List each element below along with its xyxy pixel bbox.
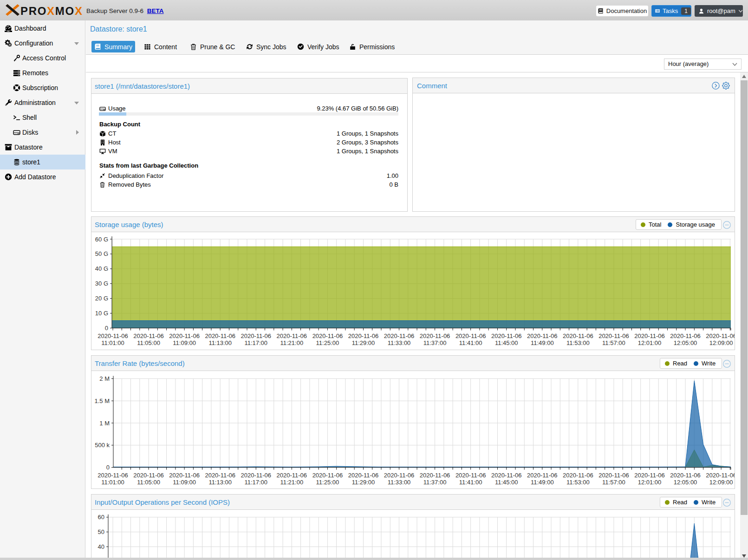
svg-text:2020-11-06: 2020-11-06: [98, 332, 128, 339]
svg-text:2020-11-06: 2020-11-06: [205, 332, 235, 339]
svg-text:2020-11-06: 2020-11-06: [455, 332, 486, 339]
svg-text:2 M: 2 M: [99, 375, 110, 382]
svg-text:50 G: 50 G: [95, 250, 108, 257]
svg-text:11:33:00: 11:33:00: [388, 339, 411, 346]
svg-text:2020-11-06: 2020-11-06: [348, 332, 379, 339]
svg-text:2020-11-06: 2020-11-06: [205, 472, 235, 479]
svg-text:2020-11-06: 2020-11-06: [598, 332, 629, 339]
svg-text:11:41:00: 11:41:00: [459, 339, 482, 346]
svg-text:11:25:00: 11:25:00: [316, 339, 339, 346]
svg-text:2020-11-06: 2020-11-06: [670, 332, 701, 339]
svg-text:50: 50: [98, 528, 104, 535]
svg-text:2020-11-06: 2020-11-06: [133, 332, 164, 339]
svg-text:2020-11-06: 2020-11-06: [241, 332, 271, 339]
svg-text:11:25:00: 11:25:00: [316, 479, 339, 486]
svg-text:11:05:00: 11:05:00: [137, 339, 160, 346]
svg-text:2020-11-06: 2020-11-06: [420, 332, 450, 339]
svg-text:12:09:00: 12:09:00: [709, 479, 733, 486]
svg-text:2020-11-06: 2020-11-06: [133, 472, 164, 479]
svg-text:2020-11-06: 2020-11-06: [384, 332, 415, 339]
svg-text:12:09:00: 12:09:00: [709, 339, 733, 346]
svg-text:2020-11-06: 2020-11-06: [563, 472, 593, 479]
svg-text:12:05:00: 12:05:00: [674, 479, 697, 486]
svg-text:11:01:00: 11:01:00: [101, 479, 124, 486]
svg-text:2020-11-06: 2020-11-06: [598, 472, 629, 479]
svg-text:11:05:00: 11:05:00: [137, 479, 160, 486]
svg-text:11:37:00: 11:37:00: [423, 339, 447, 346]
svg-text:1.5 M: 1.5 M: [94, 397, 110, 404]
svg-text:30 G: 30 G: [95, 280, 108, 287]
svg-text:11:57:00: 11:57:00: [602, 339, 625, 346]
svg-text:2020-11-06: 2020-11-06: [706, 332, 735, 339]
svg-text:12:01:00: 12:01:00: [638, 479, 662, 486]
svg-text:60 G: 60 G: [95, 236, 108, 243]
svg-text:11:17:00: 11:17:00: [244, 479, 267, 486]
svg-text:2020-11-06: 2020-11-06: [277, 332, 307, 339]
svg-text:2020-11-06: 2020-11-06: [491, 332, 522, 339]
svg-text:11:41:00: 11:41:00: [459, 479, 482, 486]
svg-text:60: 60: [98, 514, 104, 521]
svg-text:2020-11-06: 2020-11-06: [527, 332, 558, 339]
svg-text:2020-11-06: 2020-11-06: [634, 332, 665, 339]
svg-text:11:33:00: 11:33:00: [388, 479, 411, 486]
svg-text:11:53:00: 11:53:00: [566, 479, 590, 486]
svg-text:2020-11-06: 2020-11-06: [348, 472, 379, 479]
svg-text:11:09:00: 11:09:00: [173, 339, 196, 346]
svg-text:1 M: 1 M: [99, 420, 110, 427]
svg-text:2020-11-06: 2020-11-06: [312, 472, 343, 479]
svg-text:2020-11-06: 2020-11-06: [634, 472, 665, 479]
svg-text:11:29:00: 11:29:00: [352, 479, 375, 486]
svg-text:20 G: 20 G: [95, 295, 108, 302]
svg-text:11:21:00: 11:21:00: [280, 479, 304, 486]
svg-text:11:49:00: 11:49:00: [531, 339, 554, 346]
svg-text:11:09:00: 11:09:00: [173, 479, 196, 486]
svg-text:11:45:00: 11:45:00: [495, 479, 518, 486]
svg-text:11:13:00: 11:13:00: [208, 339, 232, 346]
svg-text:2020-11-06: 2020-11-06: [563, 332, 593, 339]
svg-text:2020-11-06: 2020-11-06: [169, 332, 200, 339]
svg-text:11:57:00: 11:57:00: [602, 479, 625, 486]
svg-text:11:37:00: 11:37:00: [423, 479, 447, 486]
svg-text:11:17:00: 11:17:00: [244, 339, 267, 346]
svg-text:2020-11-06: 2020-11-06: [312, 332, 343, 339]
svg-text:2020-11-06: 2020-11-06: [706, 472, 735, 479]
svg-text:2020-11-06: 2020-11-06: [670, 472, 701, 479]
svg-text:12:05:00: 12:05:00: [674, 339, 697, 346]
svg-text:11:49:00: 11:49:00: [531, 479, 554, 486]
svg-text:11:53:00: 11:53:00: [566, 339, 590, 346]
svg-text:2020-11-06: 2020-11-06: [98, 472, 128, 479]
svg-text:0: 0: [106, 464, 110, 471]
svg-text:0: 0: [105, 325, 108, 332]
svg-text:2020-11-06: 2020-11-06: [384, 472, 415, 479]
svg-text:40 G: 40 G: [95, 265, 108, 272]
svg-text:2020-11-06: 2020-11-06: [527, 472, 558, 479]
svg-text:2020-11-06: 2020-11-06: [420, 472, 450, 479]
svg-text:11:29:00: 11:29:00: [352, 339, 375, 346]
svg-text:500 k: 500 k: [95, 442, 110, 449]
svg-text:11:45:00: 11:45:00: [495, 339, 518, 346]
svg-text:2020-11-06: 2020-11-06: [169, 472, 200, 479]
svg-text:10 G: 10 G: [95, 310, 108, 317]
svg-text:2020-11-06: 2020-11-06: [241, 472, 271, 479]
svg-text:2020-11-06: 2020-11-06: [491, 472, 522, 479]
svg-text:11:21:00: 11:21:00: [280, 339, 304, 346]
svg-text:2020-11-06: 2020-11-06: [277, 472, 307, 479]
svg-text:2020-11-06: 2020-11-06: [455, 472, 486, 479]
svg-text:40: 40: [98, 543, 104, 550]
svg-text:12:01:00: 12:01:00: [638, 339, 662, 346]
svg-text:11:01:00: 11:01:00: [101, 339, 124, 346]
svg-text:11:13:00: 11:13:00: [208, 479, 232, 486]
